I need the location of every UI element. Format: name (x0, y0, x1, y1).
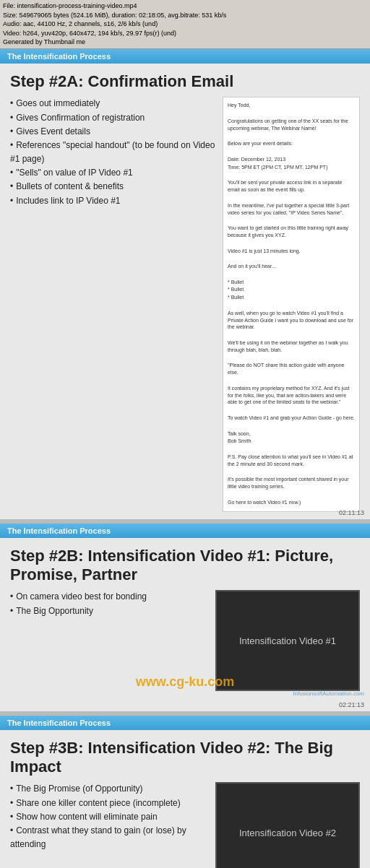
section-1: The Intensification Process Step #2A: Co… (0, 49, 370, 519)
email-line: "Please do NOT share this action guide w… (228, 362, 355, 376)
email-line: Below are your event details: (228, 140, 355, 147)
file-info-bar: File: intensification-process-training-v… (0, 0, 370, 49)
section-2-header: The Intensification Process (0, 524, 370, 538)
email-line: * Bullet (228, 279, 355, 286)
email-line: Date: December 12, 2013 (228, 156, 355, 163)
file-info-line2: Size: 549679065 bytes (524.16 MiB), dura… (3, 11, 367, 20)
email-line (228, 172, 355, 179)
section-1-content: Step #2A: Confirmation Email Goes out im… (0, 64, 370, 519)
section-3: The Intensification Process Step #3B: In… (0, 716, 370, 868)
section-3-bullets: The Big Promise (of Opportunity)Share on… (10, 782, 208, 851)
section-2-content: Step #2B: Intensification Video #1: Pict… (0, 538, 370, 711)
section-1-timestamp: 02:11:13 (339, 509, 364, 516)
email-line: As well, when you go to watch Video #1 y… (228, 310, 355, 331)
file-info-line5: Generated by Thumbnail me (3, 38, 367, 47)
email-line: In the meantime, I've put together a spe… (228, 202, 355, 217)
email-line (228, 407, 355, 414)
email-line (228, 217, 355, 224)
email-line (228, 355, 355, 362)
email-line: You'll be sent your private access link … (228, 179, 355, 194)
section-2: The Intensification Process Step #2B: In… (0, 524, 370, 711)
list-item: Show how content will eliminate pain (10, 810, 208, 824)
list-item: On camera video best for bonding (10, 590, 208, 604)
list-item: Bullets of content & benefits (10, 180, 215, 194)
file-info-line1: File: intensification-process-training-v… (3, 1, 367, 11)
section-3-body: The Big Promise (of Opportunity)Share on… (10, 782, 360, 868)
watermark-text: www.cg-ku.com (136, 674, 234, 690)
list-item: Includes link to IP Video #1 (10, 194, 215, 208)
section-3-title: Step #3B: Intensification Video #2: The … (10, 739, 360, 777)
section-2-video-thumb: Intensification Video #1 (215, 590, 360, 691)
email-line: We'll be using it on the webinar togethe… (228, 339, 355, 354)
section-1-title: Step #2A: Confirmation Email (10, 72, 360, 91)
email-line: P.S. Pay close attention to what you'll … (228, 453, 355, 468)
section-3-header-label: The Intensification Process (7, 719, 111, 727)
email-line: Time: 5PM ET (2PM CT, 1PM MT, 12PM PT) (228, 164, 355, 171)
email-line: You want to get started on this little t… (228, 225, 355, 239)
email-line: Talk soon, (228, 430, 355, 438)
email-line: Video #1 is just 13 minutes long. (228, 248, 355, 255)
email-line: Hey Todd, (228, 102, 355, 109)
section-1-header: The Intensification Process (0, 49, 370, 64)
email-line (228, 271, 355, 278)
section-1-body: Goes out immediatelyGives Confirmation o… (10, 97, 360, 511)
email-line (228, 133, 355, 140)
email-line: To watch Video #1 and grab your Action G… (228, 415, 355, 422)
email-line: It contains my proprietary method for XY… (228, 385, 355, 406)
email-line (228, 491, 355, 498)
section-3-video-thumb: Intensification Video #2 (215, 782, 360, 868)
list-item: Gives Confirmation of registration (10, 111, 215, 125)
list-item: References "special handout" (to be foun… (10, 139, 215, 166)
email-line (228, 469, 355, 476)
email-line (228, 240, 355, 247)
section-3-video-label: Intensification Video #2 (239, 828, 336, 838)
section-2-timestamp: 02:21:13 (339, 701, 364, 708)
email-line (228, 110, 355, 117)
file-info-line4: Video: h264, yuv420p, 640x472, 194 kb/s,… (3, 29, 367, 38)
list-item: The Big Opportunity (10, 604, 208, 618)
email-line: And on it you'll hear... (228, 263, 355, 270)
email-line (228, 331, 355, 339)
section-2-video-label: Intensification Video #1 (239, 635, 336, 646)
email-line: Bob Smith (228, 438, 355, 445)
automation-watermark-2: InfusionsoftAutomation.com (293, 690, 364, 697)
email-line (228, 446, 355, 453)
email-preview: Hey Todd, Congratulations on getting one… (223, 97, 360, 511)
email-line (228, 422, 355, 430)
section-2-title: Step #2B: Intensification Video #1: Pict… (10, 547, 360, 585)
email-line (228, 377, 355, 384)
list-item: "Sells" on value of IP Video #1 (10, 166, 215, 180)
section-3-header: The Intensification Process (0, 716, 370, 730)
list-item: Gives Event details (10, 125, 215, 139)
email-line (228, 148, 355, 155)
list-item: Share one killer content piece (incomple… (10, 797, 208, 810)
email-line: Go here to watch Video #1 now.) (228, 499, 355, 506)
section-1-bullets: Goes out immediatelyGives Confirmation o… (10, 97, 215, 208)
email-line (228, 194, 355, 201)
section-3-content: Step #3B: Intensification Video #2: The … (0, 730, 370, 868)
email-line (228, 255, 355, 262)
section-1-header-label: The Intensification Process (7, 52, 111, 61)
email-line: Congratulations on getting one of the XX… (228, 118, 355, 132)
email-line: It's possible the most important content… (228, 476, 355, 490)
list-item: The Big Promise (of Opportunity) (10, 782, 208, 796)
email-line (228, 302, 355, 309)
section-2-bullets: On camera video best for bondingThe Big … (10, 590, 208, 617)
file-info-line3: Audio: aac, 44100 Hz, 2 channels, s16, 2… (3, 19, 367, 29)
email-line: * Bullet (228, 286, 355, 293)
section-2-header-label: The Intensification Process (7, 526, 111, 535)
list-item: Contrast what they stand to gain (or los… (10, 824, 208, 851)
email-line: * Bullet (228, 294, 355, 301)
list-item: Goes out immediately (10, 97, 215, 110)
